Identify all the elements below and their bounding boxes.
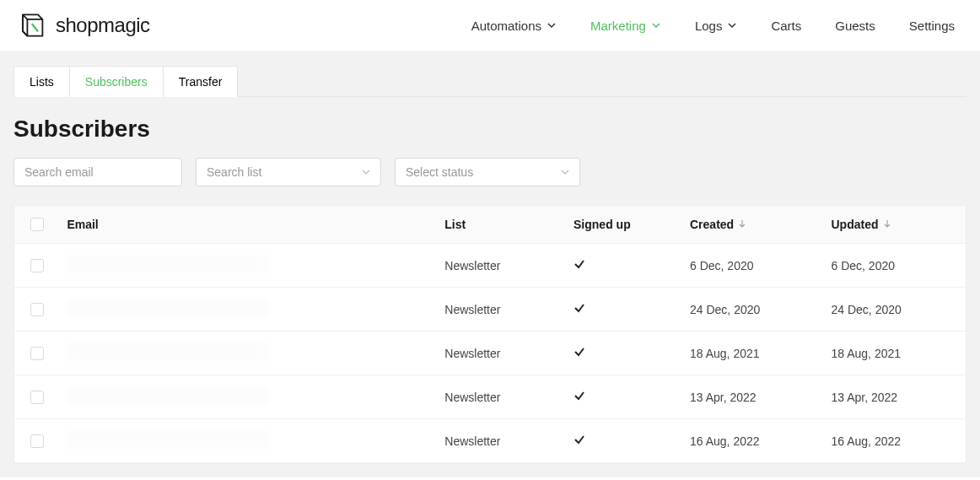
table-header-row: Email List Signed up Created Updated: [14, 206, 966, 244]
chevron-down-icon: [651, 19, 661, 33]
table-row: Newsletter 16 Aug, 2022 16 Aug, 2022: [14, 419, 966, 463]
tab-subscribers[interactable]: Subscribers: [70, 66, 164, 97]
row-checkbox[interactable]: [30, 303, 44, 316]
nav-guests[interactable]: Guests: [835, 19, 875, 33]
redacted-email: [67, 299, 269, 316]
select-status-placeholder: Select status: [406, 165, 473, 179]
nav-settings[interactable]: Settings: [909, 19, 955, 33]
check-icon: [573, 259, 585, 272]
nav-carts[interactable]: Carts: [771, 19, 801, 33]
select-all-cell: [14, 206, 60, 243]
nav-carts-label: Carts: [771, 19, 801, 33]
check-icon: [573, 391, 585, 404]
select-status-select[interactable]: Select status: [395, 158, 580, 186]
table-row: Newsletter 18 Aug, 2021 18 Aug, 2021: [14, 332, 966, 375]
row-checkbox[interactable]: [30, 434, 44, 448]
nav-marketing-label: Marketing: [590, 19, 646, 33]
sort-down-icon: [882, 218, 892, 231]
nav-marketing[interactable]: Marketing: [590, 19, 661, 33]
cell-email: [60, 419, 438, 462]
chevron-down-icon: [547, 19, 557, 33]
cell-list: Newsletter: [438, 335, 567, 372]
cell-signed-up: [567, 378, 683, 416]
table-row: Newsletter 24 Dec, 2020 24 Dec, 2020: [14, 288, 966, 332]
cell-list: Newsletter: [438, 379, 567, 416]
cell-updated: 18 Aug, 2021: [825, 335, 967, 372]
col-header-updated-label: Updated: [832, 218, 879, 231]
subscribers-table: Email List Signed up Created Updated New…: [13, 205, 967, 464]
search-email-input[interactable]: [13, 158, 182, 186]
redacted-email: [67, 431, 269, 448]
chevron-down-icon: [727, 19, 737, 33]
redacted-email: [67, 387, 269, 404]
brand-text: shopmagic: [56, 13, 150, 37]
cell-signed-up: [567, 290, 683, 328]
redacted-email: [67, 343, 269, 360]
select-all-checkbox[interactable]: [30, 218, 44, 231]
cell-created: 16 Aug, 2022: [683, 423, 825, 460]
check-icon: [573, 434, 585, 448]
cell-updated: 16 Aug, 2022: [825, 423, 967, 460]
row-checkbox[interactable]: [30, 347, 44, 360]
cell-created: 6 Dec, 2020: [683, 247, 825, 284]
cell-updated: 6 Dec, 2020: [825, 247, 967, 284]
chevron-down-icon: [561, 168, 569, 176]
redacted-email: [67, 256, 269, 272]
cell-created: 18 Aug, 2021: [683, 335, 825, 372]
nav-guests-label: Guests: [835, 19, 875, 33]
chevron-down-icon: [362, 168, 370, 176]
col-header-list[interactable]: List: [438, 206, 567, 243]
cell-email: [60, 288, 438, 331]
table-row: Newsletter 6 Dec, 2020 6 Dec, 2020: [14, 244, 966, 288]
search-list-select[interactable]: Search list: [196, 158, 381, 186]
nav-automations-label: Automations: [471, 19, 541, 33]
cell-email: [60, 332, 438, 375]
cell-signed-up: [567, 334, 683, 372]
top-nav: Automations Marketing Logs Carts Guests …: [471, 19, 965, 33]
col-header-created-label: Created: [690, 218, 734, 231]
check-icon: [573, 303, 585, 316]
col-header-email[interactable]: Email: [60, 206, 438, 243]
cell-created: 24 Dec, 2020: [683, 291, 825, 328]
cell-updated: 13 Apr, 2022: [825, 379, 967, 416]
cell-list: Newsletter: [438, 247, 567, 284]
page-body: Lists Subscribers Transfer Subscribers S…: [0, 51, 980, 477]
brand: shopmagic: [15, 10, 150, 40]
cell-email: [60, 375, 438, 418]
tab-lists[interactable]: Lists: [13, 66, 70, 97]
search-list-placeholder: Search list: [207, 165, 261, 179]
row-checkbox[interactable]: [30, 391, 44, 404]
page-title: Subscribers: [13, 116, 967, 143]
col-header-updated[interactable]: Updated: [825, 206, 967, 243]
cell-created: 13 Apr, 2022: [683, 379, 825, 416]
sort-down-icon: [737, 218, 747, 231]
nav-automations[interactable]: Automations: [471, 19, 557, 33]
cell-email: [60, 244, 438, 287]
col-header-signed-up[interactable]: Signed up: [567, 206, 683, 243]
tabs: Lists Subscribers Transfer: [13, 51, 967, 97]
cell-updated: 24 Dec, 2020: [825, 291, 967, 328]
tab-transfer[interactable]: Transfer: [164, 66, 239, 97]
cell-list: Newsletter: [438, 291, 567, 328]
row-checkbox[interactable]: [30, 259, 44, 272]
app-header: shopmagic Automations Marketing Logs Car…: [0, 0, 980, 51]
filters-row: Search list Select status: [13, 158, 967, 186]
nav-logs[interactable]: Logs: [695, 19, 738, 33]
col-header-created[interactable]: Created: [683, 206, 825, 243]
table-row: Newsletter 13 Apr, 2022 13 Apr, 2022: [14, 375, 966, 419]
nav-logs-label: Logs: [695, 19, 723, 33]
cell-signed-up: [567, 246, 683, 284]
cell-list: Newsletter: [438, 423, 567, 460]
cell-signed-up: [567, 422, 683, 460]
logo-icon: [15, 10, 46, 40]
check-icon: [573, 347, 585, 360]
nav-settings-label: Settings: [909, 19, 955, 33]
